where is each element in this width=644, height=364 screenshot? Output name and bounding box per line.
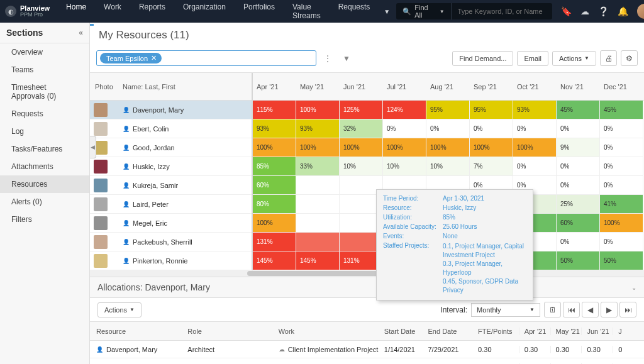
sidebar-item-alerts-0-[interactable]: Alerts (0) [0, 193, 89, 211]
nav-item-home[interactable]: Home [58, 0, 94, 26]
utilization-cell[interactable] [296, 233, 340, 251]
utilization-cell[interactable]: 7% [470, 157, 513, 176]
alloc-header-role[interactable]: Role [184, 328, 274, 335]
utilization-cell[interactable]: 145% [296, 251, 340, 270]
nav-prev-icon[interactable]: ◀ [582, 302, 599, 317]
utilization-cell[interactable]: 100% [296, 138, 340, 157]
sidebar-expand-handle[interactable]: ◀ [90, 136, 96, 158]
utilization-cell[interactable]: 60% [253, 176, 296, 195]
alloc-header-start[interactable]: Start Date [384, 328, 428, 335]
alloc-header-month[interactable]: May '21 [550, 328, 582, 335]
sidebar-item-timesheet-approvals-0-[interactable]: Timesheet Approvals (0) [0, 79, 89, 105]
resource-row[interactable]: 👤Ebert, Colin [90, 119, 252, 138]
resource-row[interactable]: 👤Kukreja, Samir [90, 176, 252, 195]
utilization-cell[interactable]: 80% [253, 195, 296, 214]
alloc-header-fte[interactable]: FTE/Points [478, 328, 519, 335]
utilization-cell[interactable]: 100% [470, 138, 513, 157]
help-icon[interactable]: ❔ [598, 6, 609, 16]
grid-header-month[interactable]: Jun '21 [340, 83, 383, 91]
alloc-row[interactable]: 👤Davenport, Mary Architect ☁(EME) SERCEL… [90, 358, 644, 364]
utilization-cell[interactable]: 9% [557, 138, 600, 157]
utilization-cell[interactable]: 85% [253, 157, 296, 176]
settings-gear-icon[interactable]: ⚙ [621, 50, 638, 66]
grid-header-month[interactable]: Jul '21 [383, 83, 426, 91]
utilization-cell[interactable]: 100% [600, 214, 643, 233]
utilization-cell[interactable]: 100% [426, 138, 470, 157]
resource-row[interactable]: 👤Megel, Eric [90, 214, 252, 233]
utilization-cell[interactable]: 100% [340, 138, 383, 157]
utilization-cell[interactable] [296, 195, 340, 214]
nav-first-icon[interactable]: ⏮ [563, 302, 580, 317]
alloc-header-month[interactable]: J [613, 328, 644, 335]
nav-last-icon[interactable]: ⏭ [619, 302, 636, 317]
utilization-cell[interactable]: 100% [296, 101, 340, 119]
actions-button[interactable]: Actions▼ [552, 51, 596, 66]
utilization-cell[interactable]: 60% [557, 214, 600, 233]
find-demand-button[interactable]: Find Demand... [452, 51, 513, 66]
more-options-icon[interactable]: ⋮ [320, 52, 335, 65]
nav-item-value-streams[interactable]: Value Streams [285, 0, 328, 26]
sidebar-item-filters[interactable]: Filters [0, 211, 89, 228]
utilization-cell[interactable]: 0% [557, 176, 600, 195]
alloc-header-month[interactable]: Apr '21 [519, 328, 550, 335]
utilization-cell[interactable]: 0% [600, 119, 643, 138]
utilization-cell[interactable]: 10% [383, 157, 426, 176]
grid-header-month[interactable]: Aug '21 [426, 83, 470, 91]
utilization-cell[interactable]: 95% [470, 101, 513, 119]
utilization-cell[interactable]: 93% [513, 101, 557, 119]
grid-header-photo[interactable]: Photo [90, 83, 123, 91]
find-all-dropdown[interactable]: 🔍 Find All ▼ [396, 3, 451, 19]
resource-row[interactable]: 👤Huskic, Izzy [90, 157, 252, 176]
utilization-cell[interactable]: 0% [557, 233, 600, 251]
utilization-cell[interactable]: 115% [253, 101, 296, 119]
utilization-cell[interactable]: 100% [513, 138, 557, 157]
interval-select[interactable]: Monthly▼ [471, 303, 540, 317]
utilization-cell[interactable]: 10% [340, 157, 383, 176]
sidebar-item-tasks-features[interactable]: Tasks/Features [0, 140, 89, 158]
nav-item-portfolios[interactable]: Portfolios [236, 0, 282, 26]
utilization-cell[interactable]: 0% [600, 157, 643, 176]
grid-header-month[interactable]: May '21 [296, 83, 340, 91]
email-button[interactable]: Email [517, 51, 548, 66]
sidebar-item-requests[interactable]: Requests [0, 105, 89, 123]
alloc-header-resource[interactable]: Resource [90, 328, 184, 335]
notifications-icon[interactable]: 🔔 [618, 6, 628, 16]
allocations-collapse-icon[interactable]: ⌄ [631, 284, 636, 291]
grid-header-name[interactable]: Name: Last, First [123, 83, 252, 91]
sidebar-collapse-icon[interactable]: « [79, 28, 83, 37]
print-icon[interactable]: 🖨 [600, 50, 617, 66]
bookmark-icon[interactable]: 🔖 [561, 6, 572, 16]
utilization-cell[interactable]: 50% [600, 251, 643, 270]
calendar-icon[interactable]: 🗓 [544, 302, 561, 317]
utilization-cell[interactable]: 100% [253, 214, 296, 233]
utilization-cell[interactable]: 0% [557, 157, 600, 176]
user-avatar[interactable] [637, 4, 644, 19]
utilization-cell[interactable]: 45% [600, 101, 643, 119]
utilization-cell[interactable]: 50% [557, 251, 600, 270]
utilization-cell[interactable]: 93% [296, 119, 340, 138]
sidebar-item-resources[interactable]: Resources [0, 175, 89, 193]
utilization-cell[interactable]: 125% [340, 101, 383, 119]
alloc-header-work[interactable]: Work [275, 328, 384, 335]
utilization-cell[interactable]: 25% [557, 195, 600, 214]
resource-row[interactable]: 👤Laird, Peter [90, 195, 252, 214]
grid-header-month[interactable]: Nov '21 [557, 83, 600, 91]
grid-header-month[interactable]: Sep '21 [470, 83, 513, 91]
cloud-icon[interactable]: ☁ [580, 6, 589, 16]
alloc-actions-button[interactable]: Actions▼ [97, 302, 142, 317]
utilization-cell[interactable]: 0% [426, 119, 470, 138]
utilization-cell[interactable]: 145% [253, 251, 296, 270]
sidebar-item-overview[interactable]: Overview [0, 43, 89, 61]
sidebar-item-attachments[interactable]: Attachments [0, 158, 89, 175]
utilization-cell[interactable]: 0% [600, 138, 643, 157]
utilization-cell[interactable]: 100% [253, 138, 296, 157]
search-input[interactable] [452, 8, 552, 15]
alloc-header-end[interactable]: End Date [428, 328, 479, 335]
utilization-cell[interactable]: 95% [426, 101, 470, 119]
utilization-cell[interactable]: 131% [253, 233, 296, 251]
nav-item-work[interactable]: Work [96, 0, 129, 26]
nav-more-icon[interactable]: ▼ [377, 3, 396, 21]
utilization-cell[interactable]: 10% [426, 157, 470, 176]
alloc-row[interactable]: 👤Davenport, Mary Architect ☁Client Imple… [90, 341, 644, 358]
utilization-cell[interactable] [296, 214, 340, 233]
